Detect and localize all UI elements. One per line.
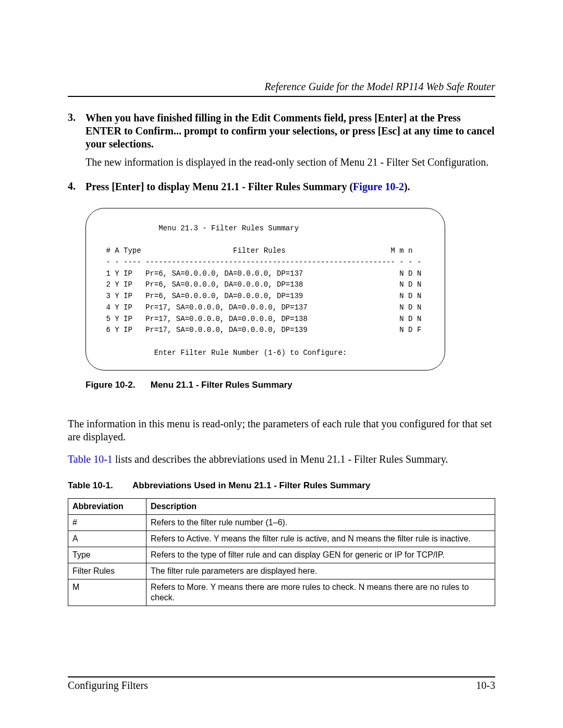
cell-abbr: Filter Rules — [68, 563, 146, 579]
step-3-body: When you have finished filling in the Ed… — [85, 112, 495, 151]
term-row-4: 4 Y IP Pr=17, SA=0.0.0.0, DA=0.0.0.0, DP… — [102, 303, 421, 312]
step-3: 3. When you have finished filling in the… — [68, 112, 495, 151]
page: Reference Guide for the Model RP114 Web … — [0, 0, 563, 728]
cell-desc: Refers to the type of filter rule and ca… — [146, 547, 495, 563]
table-row: A Refers to Active. Y means the filter r… — [68, 531, 495, 547]
header-rule — [68, 96, 495, 97]
step-3-bold: When you have finished filling in the Ed… — [85, 112, 495, 150]
figure-xref-link[interactable]: Figure 10-2 — [353, 181, 404, 192]
step-4-bold-post: ). — [404, 181, 410, 192]
figure-caption: Figure 10-2. Menu 21.1 - Filter Rules Su… — [85, 380, 495, 390]
figure-caption-label: Figure 10-2. — [85, 380, 148, 390]
cell-abbr: A — [68, 531, 146, 547]
step-4-body: Press [Enter] to display Menu 21.1 - Fil… — [85, 180, 495, 193]
term-title: Menu 21.3 - Filter Rules Summary — [102, 224, 299, 232]
term-row-3: 3 Y IP Pr=6, SA=0.0.0.0, DA=0.0.0.0, DP=… — [102, 292, 421, 300]
step-4-number: 4. — [68, 180, 85, 193]
page-footer: Configuring Filters 10-3 — [68, 676, 495, 692]
th-description: Description — [146, 499, 495, 515]
abbreviations-table: Abbreviation Description # Refers to the… — [68, 498, 495, 606]
figure-10-2: Menu 21.3 - Filter Rules Summary # A Typ… — [85, 208, 495, 371]
figure-caption-text: Menu 21.1 - Filter Rules Summary — [151, 380, 292, 390]
table-caption-text: Abbreviations Used in Menu 21.1 - Filter… — [132, 480, 370, 490]
step-3-followup: The new information is displayed in the … — [85, 156, 495, 169]
table-caption-label: Table 10-1. — [68, 480, 130, 491]
term-divider: - - ---- -------------------------------… — [102, 258, 421, 266]
paragraph-2: Table 10-1 lists and describes the abbre… — [68, 453, 495, 466]
term-header: # A Type Filter Rules M m n — [102, 246, 413, 255]
table-head-row: Abbreviation Description — [68, 499, 495, 515]
terminal-box: Menu 21.3 - Filter Rules Summary # A Typ… — [85, 208, 445, 371]
footer-page-number: 10-3 — [476, 680, 495, 692]
step-3-number: 3. — [68, 112, 85, 151]
term-row-1: 1 Y IP Pr=6, SA=0.0.0.0, DA=0.0.0.0, DP=… — [102, 269, 421, 278]
term-row-2: 2 Y IP Pr=6, SA=0.0.0.0, DA=0.0.0.0, DP=… — [102, 280, 421, 289]
table-row: # Refers to the filter rule number (1–6)… — [68, 515, 495, 531]
cell-desc: The filter rule parameters are displayed… — [146, 563, 495, 579]
terminal-content: Menu 21.3 - Filter Rules Summary # A Typ… — [102, 223, 429, 359]
cell-abbr: Type — [68, 547, 146, 563]
cell-abbr: M — [68, 579, 146, 606]
paragraph-2-post: lists and describes the abbreviations us… — [113, 453, 448, 465]
table-row: Filter Rules The filter rule parameters … — [68, 563, 495, 579]
table-xref-link[interactable]: Table 10-1 — [68, 453, 113, 465]
table-caption: Table 10-1. Abbreviations Used in Menu 2… — [68, 480, 495, 491]
term-prompt: Enter Filter Rule Number (1-6) to Config… — [102, 349, 347, 357]
cell-abbr: # — [68, 515, 146, 531]
paragraph-1: The information in this menu is read-onl… — [68, 417, 495, 443]
footer-section: Configuring Filters — [68, 680, 148, 692]
running-head: Reference Guide for the Model RP114 Web … — [68, 81, 495, 93]
cell-desc: Refers to More. Y means there are more r… — [146, 579, 495, 606]
cell-desc: Refers to the filter rule number (1–6). — [146, 515, 495, 531]
term-row-5: 5 Y IP Pr=17, SA=0.0.0.0, DA=0.0.0.0, DP… — [102, 315, 421, 323]
cell-desc: Refers to Active. Y means the filter rul… — [146, 531, 495, 547]
step-4-bold-pre: Press [Enter] to display Menu 21.1 - Fil… — [85, 181, 353, 192]
table-row: Type Refers to the type of filter rule a… — [68, 547, 495, 563]
table-row: M Refers to More. Y means there are more… — [68, 579, 495, 606]
step-4: 4. Press [Enter] to display Menu 21.1 - … — [68, 180, 495, 193]
th-abbreviation: Abbreviation — [68, 499, 146, 515]
footer-rule — [68, 676, 495, 677]
term-row-6: 6 Y IP Pr=17, SA=0.0.0.0, DA=0.0.0.0, DP… — [102, 326, 421, 334]
